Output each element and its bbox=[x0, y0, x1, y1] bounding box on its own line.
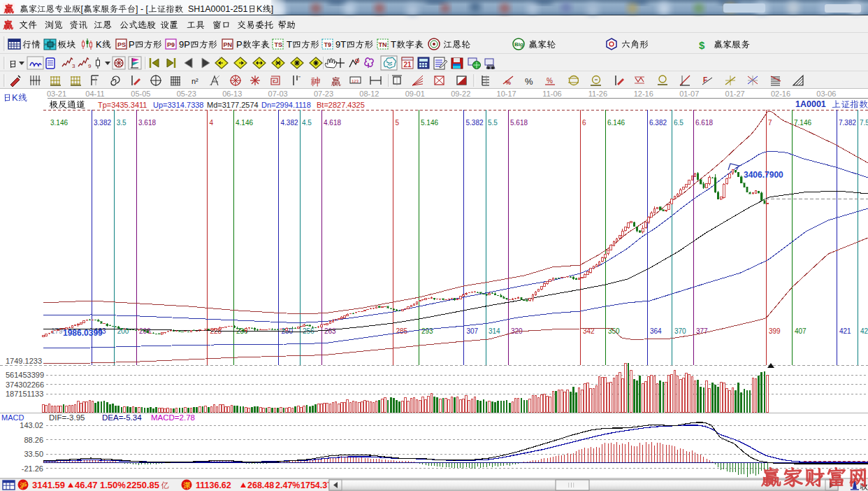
svg-text:07-23: 07-23 bbox=[314, 90, 333, 98]
svg-text:01-07: 01-07 bbox=[679, 90, 699, 98]
svg-text:200: 200 bbox=[117, 327, 129, 335]
svg-text:11-26: 11-26 bbox=[588, 90, 607, 98]
svg-text:6.382: 6.382 bbox=[649, 119, 667, 127]
svg-text:K: K bbox=[96, 39, 102, 50]
svg-text:$: $ bbox=[699, 39, 705, 51]
svg-text:7: 7 bbox=[768, 119, 772, 127]
svg-text:9T: 9T bbox=[335, 39, 346, 50]
svg-text:02-16: 02-16 bbox=[771, 90, 790, 98]
svg-text:285: 285 bbox=[396, 327, 408, 335]
svg-text:3406.7900: 3406.7900 bbox=[744, 170, 783, 180]
svg-text:2250.85: 2250.85 bbox=[126, 480, 159, 490]
svg-text:3.618: 3.618 bbox=[138, 119, 156, 127]
svg-text:4.618: 4.618 bbox=[324, 119, 341, 127]
svg-text:6: 6 bbox=[582, 119, 586, 127]
svg-text:04-11: 04-11 bbox=[85, 90, 104, 98]
svg-text:09-22: 09-22 bbox=[451, 90, 470, 98]
svg-text:08-12: 08-12 bbox=[359, 90, 379, 98]
svg-text:P: P bbox=[129, 39, 135, 50]
svg-text:7.5: 7.5 bbox=[860, 119, 868, 127]
svg-text:307: 307 bbox=[467, 327, 479, 335]
svg-text:123: 123 bbox=[352, 79, 359, 83]
svg-text:07-03: 07-03 bbox=[268, 90, 288, 98]
svg-text:2.47%: 2.47% bbox=[275, 481, 300, 490]
svg-text:TS: TS bbox=[275, 41, 283, 48]
svg-text:561453399: 561453399 bbox=[6, 371, 44, 379]
svg-text:314: 314 bbox=[489, 327, 500, 335]
svg-text:4.5: 4.5 bbox=[302, 119, 312, 127]
svg-text:4: 4 bbox=[210, 119, 214, 127]
svg-text:187151133: 187151133 bbox=[6, 390, 43, 398]
svg-text:11136.62: 11136.62 bbox=[196, 481, 231, 490]
svg-text:Big: Big bbox=[514, 41, 523, 48]
svg-text:05-23: 05-23 bbox=[177, 90, 196, 98]
svg-text:6.146: 6.146 bbox=[607, 119, 625, 127]
svg-text:7.382: 7.382 bbox=[839, 119, 856, 127]
svg-text:263: 263 bbox=[324, 327, 336, 335]
svg-text:364: 364 bbox=[650, 327, 662, 335]
svg-text:%: % bbox=[547, 77, 553, 85]
svg-text:Dn=2994.1118: Dn=2994.1118 bbox=[261, 101, 311, 109]
svg-text:K: K bbox=[12, 92, 18, 103]
svg-text:K: K bbox=[256, 4, 263, 14]
svg-text:33.50: 33.50 bbox=[24, 450, 43, 458]
svg-text:01-27: 01-27 bbox=[725, 90, 745, 98]
svg-text:SH1A0001-251: SH1A0001-251 bbox=[183, 4, 247, 14]
svg-text:]: ] bbox=[271, 4, 273, 14]
svg-text:11-06: 11-06 bbox=[542, 90, 561, 98]
svg-text:21: 21 bbox=[404, 61, 412, 69]
svg-text:PN: PN bbox=[224, 41, 233, 48]
svg-text:268.48: 268.48 bbox=[247, 481, 274, 490]
svg-text:5: 5 bbox=[396, 119, 400, 127]
svg-text:4.146: 4.146 bbox=[236, 119, 253, 127]
svg-text:143.02: 143.02 bbox=[20, 421, 43, 429]
svg-text:5.146: 5.146 bbox=[421, 119, 438, 127]
svg-text:TN: TN bbox=[379, 41, 387, 48]
svg-text:Md=3177.2574: Md=3177.2574 bbox=[207, 101, 259, 109]
svg-text:3141.59: 3141.59 bbox=[32, 480, 65, 490]
svg-text:05-05: 05-05 bbox=[131, 90, 150, 98]
svg-text:5.382: 5.382 bbox=[466, 119, 484, 127]
svg-text:407: 407 bbox=[795, 327, 806, 335]
svg-text:P: P bbox=[236, 39, 243, 50]
svg-text:10-17: 10-17 bbox=[497, 90, 516, 98]
svg-text:n²: n² bbox=[191, 77, 198, 85]
svg-text:46.47: 46.47 bbox=[75, 480, 98, 490]
svg-text:421: 421 bbox=[839, 327, 851, 335]
svg-text:1749.1233: 1749.1233 bbox=[6, 357, 42, 365]
svg-text:P9: P9 bbox=[167, 41, 175, 48]
svg-text:T: T bbox=[287, 39, 292, 50]
svg-text:350: 350 bbox=[608, 327, 620, 335]
svg-text:3.382: 3.382 bbox=[94, 119, 111, 127]
svg-text:3: 3 bbox=[72, 63, 75, 69]
svg-text:03-06: 03-06 bbox=[816, 90, 836, 98]
svg-text:T9: T9 bbox=[324, 41, 332, 48]
svg-text:9P: 9P bbox=[179, 39, 190, 50]
svg-text:5.5: 5.5 bbox=[488, 119, 498, 127]
svg-text:1986.0399: 1986.0399 bbox=[63, 328, 103, 338]
svg-text:06-13: 06-13 bbox=[222, 90, 242, 98]
svg-text:7.146: 7.146 bbox=[794, 119, 811, 127]
svg-text:DEA=-5.34: DEA=-5.34 bbox=[102, 413, 142, 422]
svg-text:1.50%: 1.50% bbox=[100, 480, 126, 490]
svg-text:4.382: 4.382 bbox=[281, 119, 298, 127]
svg-text:[: [ bbox=[81, 4, 84, 14]
svg-text:Up=3314.7338: Up=3314.7338 bbox=[153, 101, 203, 109]
svg-text:6.5: 6.5 bbox=[674, 119, 683, 127]
svg-text:%: % bbox=[505, 79, 511, 86]
svg-text:428: 428 bbox=[860, 327, 868, 335]
svg-text:1754.37: 1754.37 bbox=[301, 481, 332, 490]
svg-text:Bt=2827.4325: Bt=2827.4325 bbox=[317, 101, 365, 109]
svg-text:88.26: 88.26 bbox=[24, 436, 43, 444]
svg-text:": " bbox=[298, 75, 301, 81]
svg-text:293: 293 bbox=[421, 327, 433, 335]
svg-text:9: 9 bbox=[88, 63, 92, 69]
svg-text:374302266: 374302266 bbox=[6, 380, 44, 389]
svg-text:] - [: ] - [ bbox=[136, 4, 149, 14]
svg-text:%: % bbox=[525, 76, 533, 87]
svg-text:-21.26: -21.26 bbox=[22, 464, 43, 473]
svg-text:5.618: 5.618 bbox=[510, 119, 528, 127]
svg-text:6.618: 6.618 bbox=[695, 119, 713, 127]
svg-text:PS: PS bbox=[117, 41, 126, 48]
svg-text:DIF=-3.95: DIF=-3.95 bbox=[49, 413, 85, 422]
